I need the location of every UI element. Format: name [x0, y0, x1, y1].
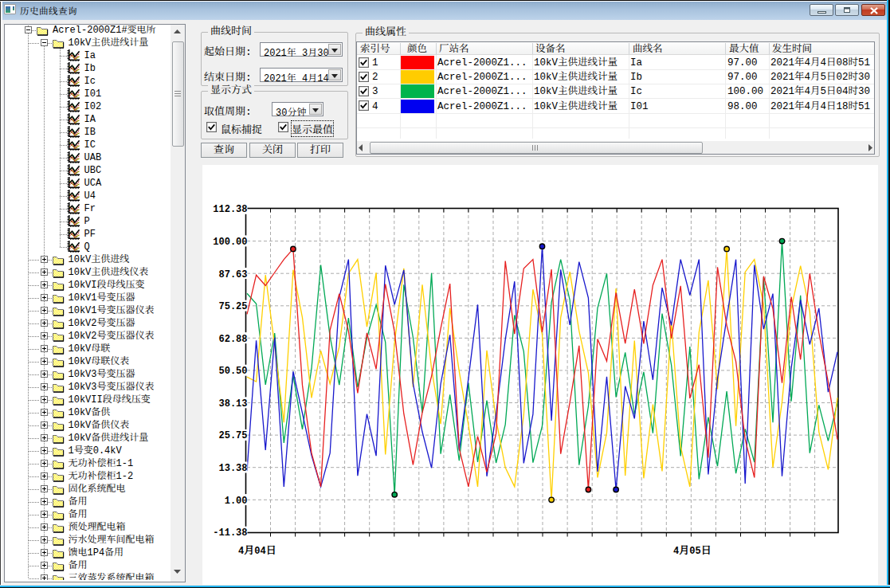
svg-text:50.50: 50.50 [218, 366, 247, 377]
svg-text:112.38: 112.38 [213, 204, 247, 215]
svg-text:4月05日: 4月05日 [673, 545, 712, 557]
svg-text:62.88: 62.88 [218, 334, 247, 345]
svg-text:-11.38: -11.38 [213, 527, 247, 539]
svg-text:1.00: 1.00 [225, 496, 248, 507]
svg-text:38.13: 38.13 [218, 398, 247, 410]
svg-text:87.63: 87.63 [218, 269, 247, 280]
svg-text:25.75: 25.75 [218, 430, 247, 441]
svg-text:4月04日: 4月04日 [238, 545, 276, 557]
svg-text:75.25: 75.25 [218, 301, 247, 312]
svg-text:13.38: 13.38 [218, 463, 247, 474]
svg-text:100.00: 100.00 [213, 237, 247, 248]
